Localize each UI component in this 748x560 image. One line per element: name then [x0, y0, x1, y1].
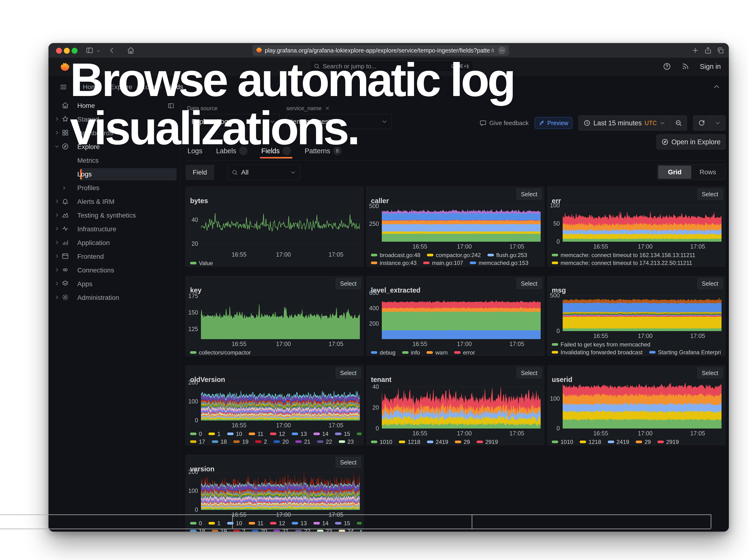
select-button[interactable]: Select	[697, 368, 723, 378]
legend-item[interactable]: 20	[274, 439, 289, 445]
legend-item[interactable]: 22	[317, 439, 332, 445]
sidebar-item-infrastructure[interactable]: Infrastructure	[48, 222, 180, 236]
legend-item[interactable]: 18	[190, 528, 205, 532]
legend-item[interactable]: 13	[292, 520, 307, 527]
legend-item[interactable]: 1	[209, 520, 220, 527]
legend-item[interactable]: collectors/compactor	[190, 349, 251, 356]
preview-badge[interactable]: Preview	[535, 117, 572, 129]
legend-item[interactable]: 16	[357, 520, 361, 527]
view-toggle-rows[interactable]: Rows	[691, 166, 724, 179]
legend-item[interactable]: 29	[455, 439, 470, 445]
legend-item[interactable]: 10	[227, 520, 242, 527]
refresh-button[interactable]	[693, 115, 710, 131]
legend-item[interactable]: 11	[249, 520, 263, 527]
zoom-window-button[interactable]	[72, 48, 77, 54]
ellipsis-icon[interactable]	[498, 47, 506, 54]
legend-item[interactable]: compactor.go:242	[427, 252, 481, 258]
view-toggle-grid[interactable]: Grid	[658, 166, 691, 179]
legend-item[interactable]: broadcast.go:48	[371, 252, 420, 258]
legend-item[interactable]: 2	[233, 528, 245, 532]
legend-item[interactable]: 2919	[476, 439, 498, 445]
legend-item[interactable]: 13	[292, 430, 307, 437]
sidebar-item-connections[interactable]: Connections	[48, 263, 180, 277]
sidebar-item-apps[interactable]: Apps	[48, 277, 180, 291]
legend-item[interactable]: 21	[295, 439, 310, 445]
legend-item[interactable]: memcached.go:153	[470, 260, 529, 266]
refresh-interval-button[interactable]	[710, 115, 726, 131]
legend-item[interactable]: Starting Grafana Enterpri	[649, 349, 721, 356]
select-button[interactable]: Select	[336, 457, 361, 468]
legend-item[interactable]: warn	[426, 349, 447, 356]
sidebar-item-metrics[interactable]: Metrics	[48, 154, 180, 167]
legend-item[interactable]: debug	[371, 349, 396, 356]
legend-item[interactable]: 1010	[552, 439, 573, 445]
legend-item[interactable]: 17	[190, 439, 205, 445]
legend-item[interactable]: memcache: connect timeout to 162.134.158…	[552, 252, 695, 258]
select-button[interactable]: Select	[517, 189, 542, 200]
select-button[interactable]: Select	[697, 278, 723, 289]
legend-item[interactable]: 0	[190, 430, 202, 437]
open-in-explore-button[interactable]: Open in Explore	[656, 134, 726, 149]
sidebar-item-profiles[interactable]: Profiles	[48, 181, 180, 195]
sidebar-item-administration[interactable]: Administration	[48, 291, 180, 305]
close-window-button[interactable]	[56, 48, 62, 54]
legend-item[interactable]: 12	[270, 430, 285, 437]
sidebar-item-alerts-irm[interactable]: Alerts & IRM	[48, 195, 180, 209]
legend-item[interactable]: Invalidating forwarded broadcast	[552, 349, 642, 356]
legend-item[interactable]: 2919	[657, 439, 679, 445]
select-button[interactable]: Select	[336, 368, 361, 378]
legend-item[interactable]: 15	[335, 430, 350, 437]
legend-item[interactable]: 21	[274, 528, 289, 532]
legend-item[interactable]: Failed to get keys from memcached	[552, 341, 650, 348]
collapse-icon[interactable]	[713, 83, 720, 91]
legend-item[interactable]: 2	[360, 528, 361, 532]
sidebar-toggle-icon[interactable]	[86, 47, 93, 54]
sign-in-link[interactable]: Sign in	[700, 63, 721, 70]
legend-item[interactable]: 19	[212, 528, 227, 532]
legend-item[interactable]: error	[454, 349, 475, 356]
legend-item[interactable]: 15	[335, 520, 350, 527]
legend-item[interactable]: 20	[252, 528, 267, 532]
select-button[interactable]: Select	[517, 278, 542, 289]
rss-icon[interactable]	[681, 63, 689, 70]
legend-item[interactable]: 23	[317, 528, 332, 532]
legend-item[interactable]: Value	[190, 260, 213, 266]
legend-item[interactable]: 10	[227, 430, 242, 437]
select-button[interactable]: Select	[697, 189, 723, 200]
sidebar-item-frontend[interactable]: Frontend	[48, 250, 180, 263]
share-icon[interactable]	[704, 47, 712, 54]
legend-item[interactable]: 14	[313, 520, 329, 527]
chevron-down-icon[interactable]	[96, 49, 100, 53]
select-button[interactable]: Select	[517, 368, 542, 378]
legend-item[interactable]: 2419	[427, 439, 448, 445]
sidebar-item-logs[interactable]: Logs	[48, 167, 180, 181]
tab-overview-icon[interactable]	[717, 47, 724, 54]
legend-item[interactable]: 18	[212, 439, 227, 445]
time-range-button[interactable]: Last 15 minutes UTC	[579, 115, 670, 131]
legend-item[interactable]: 24	[339, 528, 354, 532]
new-tab-icon[interactable]	[692, 47, 699, 54]
legend-item[interactable]: 12	[270, 520, 285, 527]
legend-item[interactable]: 0	[190, 520, 202, 527]
legend-item[interactable]: 22	[295, 528, 310, 532]
legend-item[interactable]: 2419	[608, 439, 629, 445]
legend-item[interactable]: memcache: connect timeout to 174.213.22.…	[552, 260, 692, 266]
legend-item[interactable]: 16	[357, 430, 361, 437]
field-search-select[interactable]: All	[228, 165, 300, 180]
help-icon[interactable]	[663, 63, 671, 70]
sidebar-item-application[interactable]: Application	[48, 236, 180, 250]
legend-item[interactable]: 1218	[399, 439, 420, 445]
sidebar-item-testing-synthetics[interactable]: Testing & synthetics	[48, 209, 180, 222]
minimize-window-button[interactable]	[64, 48, 70, 54]
home-icon[interactable]	[127, 47, 135, 54]
legend-item[interactable]: 1218	[580, 439, 601, 445]
legend-item[interactable]: 14	[313, 430, 329, 437]
mega-menu-icon[interactable]	[59, 83, 67, 91]
legend-item[interactable]: flush.go:253	[488, 252, 527, 258]
legend-item[interactable]: info	[402, 349, 420, 356]
legend-item[interactable]: 11	[249, 430, 263, 437]
legend-item[interactable]: 29	[636, 439, 651, 445]
legend-item[interactable]: instance.go:43	[371, 260, 417, 266]
legend-item[interactable]: 1010	[371, 439, 392, 445]
select-button[interactable]: Select	[336, 278, 361, 289]
